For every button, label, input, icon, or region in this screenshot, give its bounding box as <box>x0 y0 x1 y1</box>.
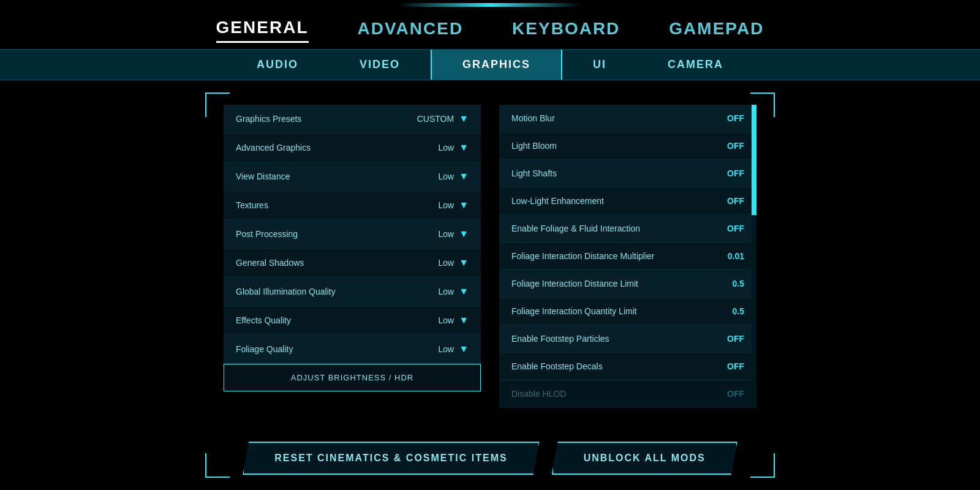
top-nav: GENERAL ADVANCED KEYBOARD GAMEPAD <box>0 7 980 49</box>
setting-value-global-illumination: Low ▼ <box>395 286 469 297</box>
setting-label-foliage-quality: Foliage Quality <box>236 344 395 354</box>
setting-text-textures: Low <box>417 200 454 210</box>
setting-label-view-distance: View Distance <box>236 172 395 181</box>
setting-text-global-illumination: Low <box>417 287 454 296</box>
setting-row-effects-quality[interactable]: Effects Quality Low ▼ <box>224 306 481 335</box>
setting-value-effects-quality: Low ▼ <box>395 315 469 326</box>
sub-nav: AUDIO VIDEO GRAPHICS UI CAMERA <box>0 49 980 80</box>
corner-tl <box>205 92 230 117</box>
dropdown-arrow-view-distance: ▼ <box>459 171 469 182</box>
dropdown-arrow-textures: ▼ <box>459 200 469 211</box>
setting-label-advanced-graphics: Advanced Graphics <box>236 143 395 153</box>
settings-outer-frame: Graphics Presets CUSTOM ▼ Advanced Graph… <box>205 92 775 478</box>
unblock-button[interactable]: UNBLOCK ALL MODS <box>552 442 737 475</box>
right-value-disable-hlod: OFF <box>714 389 744 399</box>
setting-text-advanced-graphics: Low <box>417 143 454 153</box>
tab-keyboard[interactable]: KEYBOARD <box>512 19 620 42</box>
left-settings-panel: Graphics Presets CUSTOM ▼ Advanced Graph… <box>224 105 481 466</box>
right-value-footstep-particles: OFF <box>714 334 744 344</box>
setting-row-footstep-decals[interactable]: Enable Footstep Decals OFF <box>499 353 756 380</box>
right-label-foliage-distance-multiplier: Foliage Interaction Distance Multiplier <box>511 251 714 261</box>
bottom-bar: RESET CINEMATICS & COSMETIC ITEMS UNBLOC… <box>0 432 980 484</box>
setting-value-textures: Low ▼ <box>395 200 469 211</box>
scrollbar-track[interactable] <box>752 105 756 408</box>
left-panel-content: Graphics Presets CUSTOM ▼ Advanced Graph… <box>224 105 481 364</box>
dropdown-arrow-global-illumination: ▼ <box>459 286 469 297</box>
dropdown-arrow-effects-quality: ▼ <box>459 315 469 326</box>
subnav-camera[interactable]: CAMERA <box>637 50 754 80</box>
right-value-light-bloom: OFF <box>714 141 744 151</box>
dropdown-arrow-post-processing: ▼ <box>459 228 469 239</box>
setting-row-disable-hlod[interactable]: Disable HLOD OFF <box>499 380 756 408</box>
subnav-ui[interactable]: UI <box>562 50 637 80</box>
right-label-footstep-decals: Enable Footstep Decals <box>511 361 714 371</box>
right-value-foliage-distance-multiplier: 0.01 <box>714 251 744 261</box>
setting-text-graphics-presets: CUSTOM <box>417 114 454 124</box>
setting-row-textures[interactable]: Textures Low ▼ <box>224 191 481 220</box>
subnav-video[interactable]: VIDEO <box>329 50 431 80</box>
reset-button[interactable]: RESET CINEMATICS & COSMETIC ITEMS <box>243 442 539 475</box>
dropdown-arrow-advanced-graphics: ▼ <box>459 142 469 153</box>
setting-value-advanced-graphics: Low ▼ <box>395 142 469 153</box>
setting-row-post-processing[interactable]: Post Processing Low ▼ <box>224 220 481 249</box>
setting-label-effects-quality: Effects Quality <box>236 315 395 325</box>
right-panel-content: Motion Blur OFF Light Bloom OFF Light Sh… <box>499 105 756 408</box>
setting-row-graphics-presets[interactable]: Graphics Presets CUSTOM ▼ <box>224 105 481 134</box>
setting-text-foliage-quality: Low <box>417 344 454 354</box>
right-label-foliage-fluid: Enable Foliage & Fluid Interaction <box>511 224 714 233</box>
setting-row-light-shafts[interactable]: Light Shafts OFF <box>499 160 756 187</box>
right-label-foliage-quantity-limit: Foliage Interaction Quantity Limit <box>511 306 714 316</box>
adjust-brightness-button[interactable]: ADJUST BRIGHTNESS / HDR <box>224 364 481 391</box>
scrollbar-thumb[interactable] <box>752 105 756 215</box>
right-label-foliage-distance-limit: Foliage Interaction Distance Limit <box>511 279 714 288</box>
setting-text-view-distance: Low <box>417 172 454 181</box>
dropdown-arrow-graphics-presets: ▼ <box>459 113 469 124</box>
subnav-audio[interactable]: AUDIO <box>226 50 329 80</box>
setting-text-general-shadows: Low <box>417 258 454 268</box>
setting-row-footstep-particles[interactable]: Enable Footstep Particles OFF <box>499 325 756 353</box>
setting-row-global-illumination[interactable]: Global Illumination Quality Low ▼ <box>224 277 481 306</box>
setting-value-foliage-quality: Low ▼ <box>395 344 469 355</box>
right-label-disable-hlod: Disable HLOD <box>511 389 714 399</box>
subnav-graphics[interactable]: GRAPHICS <box>431 50 562 80</box>
setting-row-foliage-distance-limit[interactable]: Foliage Interaction Distance Limit 0.5 <box>499 270 756 298</box>
tab-advanced[interactable]: ADVANCED <box>358 19 464 42</box>
right-settings-panel: Motion Blur OFF Light Bloom OFF Light Sh… <box>499 105 756 466</box>
setting-row-foliage-quality[interactable]: Foliage Quality Low ▼ <box>224 335 481 364</box>
panels-container: Graphics Presets CUSTOM ▼ Advanced Graph… <box>0 80 980 490</box>
setting-value-graphics-presets: CUSTOM ▼ <box>395 113 469 124</box>
right-value-foliage-fluid: OFF <box>714 224 744 233</box>
setting-value-view-distance: Low ▼ <box>395 171 469 182</box>
setting-row-low-light[interactable]: Low-Light Enhancement OFF <box>499 187 756 215</box>
setting-label-global-illumination: Global Illumination Quality <box>236 287 395 296</box>
setting-text-post-processing: Low <box>417 229 454 239</box>
right-value-foliage-distance-limit: 0.5 <box>714 279 744 288</box>
setting-row-advanced-graphics[interactable]: Advanced Graphics Low ▼ <box>224 134 481 162</box>
right-value-light-shafts: OFF <box>714 168 744 178</box>
right-value-foliage-quantity-limit: 0.5 <box>714 306 744 316</box>
setting-label-post-processing: Post Processing <box>236 229 395 239</box>
setting-row-general-shadows[interactable]: General Shadows Low ▼ <box>224 249 481 277</box>
setting-row-view-distance[interactable]: View Distance Low ▼ <box>224 162 481 191</box>
setting-value-general-shadows: Low ▼ <box>395 257 469 268</box>
setting-row-motion-blur[interactable]: Motion Blur OFF <box>499 105 756 132</box>
setting-text-effects-quality: Low <box>417 315 454 325</box>
right-value-low-light: OFF <box>714 196 744 206</box>
right-value-motion-blur: OFF <box>714 113 744 123</box>
setting-label-graphics-presets: Graphics Presets <box>236 114 395 124</box>
dropdown-arrow-foliage-quality: ▼ <box>459 344 469 355</box>
setting-value-post-processing: Low ▼ <box>395 228 469 239</box>
right-label-low-light: Low-Light Enhancement <box>511 196 714 206</box>
setting-row-foliage-quantity-limit[interactable]: Foliage Interaction Quantity Limit 0.5 <box>499 298 756 325</box>
setting-row-foliage-distance-multiplier[interactable]: Foliage Interaction Distance Multiplier … <box>499 243 756 270</box>
setting-label-general-shadows: General Shadows <box>236 258 395 268</box>
setting-row-light-bloom[interactable]: Light Bloom OFF <box>499 132 756 160</box>
right-label-motion-blur: Motion Blur <box>511 113 714 123</box>
setting-label-textures: Textures <box>236 200 395 210</box>
setting-row-foliage-fluid[interactable]: Enable Foliage & Fluid Interaction OFF <box>499 215 756 243</box>
dropdown-arrow-general-shadows: ▼ <box>459 257 469 268</box>
tab-gamepad[interactable]: GAMEPAD <box>669 19 764 42</box>
tab-general[interactable]: GENERAL <box>216 18 309 43</box>
right-label-light-shafts: Light Shafts <box>511 168 714 178</box>
right-value-footstep-decals: OFF <box>714 361 744 371</box>
